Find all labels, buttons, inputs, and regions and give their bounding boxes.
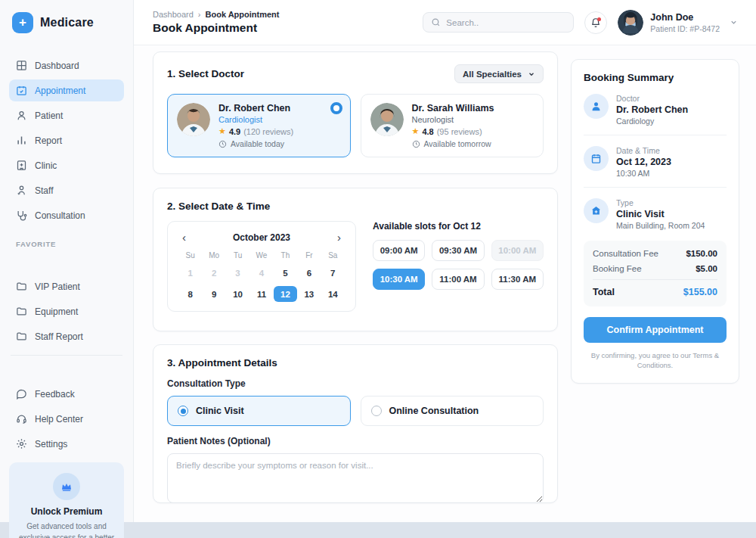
time-slot[interactable]: 09:30 AM [432,240,484,261]
calendar-day[interactable]: 6 [297,265,321,281]
calendar-next-button[interactable]: › [333,229,345,245]
content-left-column: 1. Select Doctor All Specialties [153,51,558,522]
staff-badge-icon [16,185,27,196]
sidebar-item-label: Settings [35,439,67,449]
grid-icon [16,60,27,71]
fee-label: Booking Fee [593,264,642,273]
calendar-dow: Tu [226,251,249,260]
sidebar: + Medicare Dashboard Appointment Patient… [0,0,134,522]
sidebar-item-appointment[interactable]: Appointment [9,79,124,101]
crown-icon [53,473,80,500]
sidebar-item-settings[interactable]: Settings [9,433,124,455]
calendar-dow: Fr [297,251,321,260]
sidebar-item-label: Consultation [35,210,85,221]
doctor-specialty: Neurologist [412,115,494,124]
fee-row-consultation: Consultation Fee $150.00 [593,249,717,258]
calendar-day[interactable]: 10 [226,286,249,302]
summary-label: Doctor [616,94,688,103]
breadcrumb-dashboard[interactable]: Dashboard [153,10,194,19]
calendar-prev-button[interactable]: ‹ [178,229,190,245]
chevron-down-icon [730,18,738,26]
sidebar-item-label: Feedback [35,389,75,400]
premium-description: Get advanced tools and exclusive access … [18,521,115,538]
clinic-home-icon [584,198,609,223]
doctor-availability: Available today [218,139,293,148]
fee-amount: $5.00 [696,264,717,273]
sidebar-item-report[interactable]: Report [9,129,124,151]
hospital-icon [16,160,27,171]
summary-datetime-item: Date & Time Oct 12, 2023 10:30 AM [584,146,727,178]
doctor-availability: Available tomorrow [412,139,494,148]
sidebar-item-vip-patient[interactable]: VIP Patient [9,275,124,297]
page-title: Book Appointment [153,21,279,35]
premium-title: Unlock Premium [18,506,115,517]
main-area: Dashboard › Book Appointment Book Appoin… [134,0,756,522]
sidebar-item-clinic[interactable]: Clinic [9,154,124,176]
clock-icon [218,140,227,148]
sidebar-item-feedback[interactable]: Feedback [9,383,124,405]
search-input[interactable] [446,18,565,27]
calendar-day[interactable]: 9 [202,286,225,302]
time-slot[interactable]: 11:00 AM [432,269,484,290]
clock-icon [412,140,420,148]
calendar-day[interactable]: 8 [178,286,202,302]
sidebar-divider [11,355,122,356]
availability-text: Available tomorrow [424,139,491,148]
sidebar-item-staff-report[interactable]: Staff Report [9,325,124,347]
time-slot[interactable]: 11:30 AM [491,269,544,290]
patient-notes-textarea[interactable] [167,453,544,503]
doctor-rating: ★ 4.8 (95 reviews) [412,126,494,136]
confirm-appointment-button[interactable]: Confirm Appointment [584,317,727,343]
calendar-day[interactable]: 3 [226,265,249,281]
sidebar-item-dashboard[interactable]: Dashboard [9,54,124,76]
calendar-day[interactable]: 2 [202,265,225,281]
availability-text: Available today [231,139,284,148]
calendar-day[interactable]: 7 [321,265,345,281]
chat-bubble-icon [16,388,27,400]
rating-value: 4.9 [229,127,240,136]
sidebar-item-label: VIP Patient [35,281,80,292]
time-slot-disabled: 10:00 AM [491,240,544,261]
booking-summary-heading: Booking Summary [584,72,727,83]
calendar-day[interactable]: 13 [297,286,321,302]
option-clinic-visit[interactable]: Clinic Visit [167,396,351,426]
sidebar-item-help-center[interactable]: Help Center [9,408,124,430]
sidebar-item-staff[interactable]: Staff [9,179,124,201]
doctor-card-robert-chen[interactable]: Dr. Robert Chen Cardiologist ★ 4.9 (120 … [167,94,351,157]
content-right-column: Booking Summary Doctor Dr. Robert Chen C… [571,51,739,522]
breadcrumb-title-block: Dashboard › Book Appointment Book Appoin… [153,10,279,35]
sidebar-item-label: Dashboard [35,61,79,71]
bar-chart-icon [16,135,27,146]
doctor-card-sarah-williams[interactable]: Dr. Sarah Williams Neurologist ★ 4.8 (95… [361,94,544,157]
calendar-dow: Su [178,251,202,260]
calendar-day[interactable]: 5 [274,265,297,281]
person-icon [16,110,27,121]
search-box[interactable] [423,12,574,33]
time-slot-selected[interactable]: 10:30 AM [373,269,425,290]
divider [584,135,727,135]
user-menu[interactable]: John Doe Patient ID: #P-8472 [618,10,738,36]
notifications-button[interactable] [584,11,607,34]
time-slot[interactable]: 09:00 AM [373,240,425,261]
option-online-consultation[interactable]: Online Consultation [361,396,544,426]
sidebar-item-patient[interactable]: Patient [9,104,124,126]
option-label: Clinic Visit [196,406,244,416]
appointment-details-heading: 3. Appointment Details [167,357,544,369]
doctor-list: Dr. Robert Chen Cardiologist ★ 4.9 (120 … [167,94,544,157]
search-icon [431,17,441,27]
time-slots: Available slots for Oct 12 09:00 AM 09:3… [373,221,544,312]
sidebar-item-label: Clinic [35,160,57,171]
specialty-select[interactable]: All Specialties [454,64,544,83]
option-label: Online Consultation [389,406,479,416]
rating-value: 4.8 [422,127,433,136]
calendar-day-selected[interactable]: 12 [274,286,297,302]
sidebar-item-consultation[interactable]: Consultation [9,204,124,226]
select-datetime-section: 2. Select Date & Time ‹ October 2023 › S… [153,188,558,331]
breadcrumb-separator-icon: › [198,10,201,19]
calendar-day[interactable]: 11 [249,286,273,302]
calendar-day[interactable]: 4 [249,265,273,281]
calendar-day[interactable]: 14 [321,286,345,302]
sidebar-item-equipment[interactable]: Equipment [9,300,124,322]
calendar-grid: Su Mo Tu We Th Fr Sa 1 2 3 4 [178,251,345,302]
calendar-day[interactable]: 1 [178,265,202,281]
